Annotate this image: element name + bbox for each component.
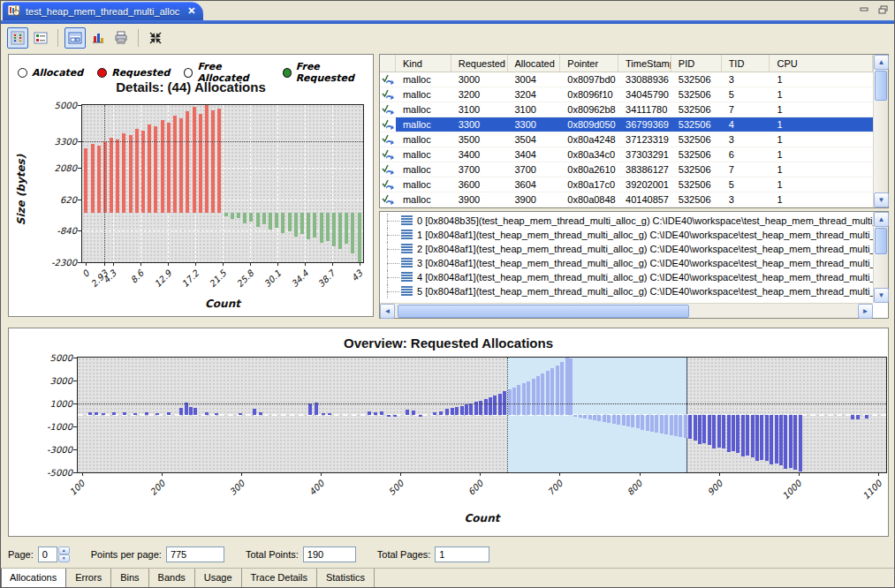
- bar: [262, 213, 266, 224]
- table-row[interactable]: malloc310031000x80962b83411178053250671: [380, 102, 873, 117]
- column-header[interactable]: [380, 55, 396, 72]
- scroll-thumb[interactable]: [398, 305, 689, 318]
- legend-swatch-icon: [18, 68, 27, 78]
- trace-list-item[interactable]: 0 [0x8048b35](test_heap_mem_thread_multi…: [380, 214, 873, 228]
- grid-view-button[interactable]: [7, 27, 28, 49]
- bar-chart-button[interactable]: [87, 27, 109, 49]
- spin-up-button[interactable]: ▲: [58, 547, 70, 554]
- trace-item-icon: [401, 230, 413, 240]
- close-view-icon[interactable]: ✕: [187, 5, 195, 17]
- points-per-page-input[interactable]: 775: [166, 547, 224, 562]
- legend-item[interactable]: Allocated: [18, 67, 83, 79]
- cell-requested: 3600: [451, 177, 508, 192]
- scroll-thumb[interactable]: [875, 71, 887, 101]
- trace-horizontal-scrollbar[interactable]: ◄ ►: [380, 303, 873, 318]
- scroll-up-button[interactable]: ▲: [874, 55, 889, 70]
- cell-pointer: 0x80a34c0: [560, 147, 618, 162]
- cell-pid: 532506: [671, 192, 722, 207]
- table-row[interactable]: malloc390039000x80a08484014085753250631: [380, 192, 873, 207]
- legend-item[interactable]: Requested: [97, 67, 170, 79]
- column-header[interactable]: TID: [722, 55, 770, 72]
- bar: [717, 415, 721, 448]
- collapse-all-button[interactable]: [145, 27, 166, 49]
- cell-tid: 6: [722, 147, 770, 162]
- column-header[interactable]: Kind: [396, 55, 451, 72]
- tab-bands[interactable]: Bands: [149, 569, 195, 588]
- y-tick-label: -1000: [47, 422, 72, 432]
- cell-timestamp: 33088936: [618, 72, 671, 87]
- tab-bins[interactable]: Bins: [111, 569, 148, 588]
- trace-list-item[interactable]: 3 [0x8048af1](test_heap_mem_thread_multi…: [380, 256, 873, 270]
- view-tab[interactable]: test_heap_mem_thread_multi_alloc ✕: [3, 2, 203, 20]
- trace-list[interactable]: 0 [0x8048b35](test_heap_mem_thread_multi…: [380, 214, 873, 303]
- table-vertical-scrollbar[interactable]: ▲ ▼: [873, 55, 888, 207]
- toolbar-separator: [138, 29, 139, 47]
- table-row[interactable]: malloc340034040x80a34c03730329153250661: [380, 147, 873, 162]
- table-row[interactable]: malloc370037000x80a26103838612753250671: [380, 162, 873, 177]
- tab-usage[interactable]: Usage: [195, 569, 242, 588]
- scroll-right-button[interactable]: ►: [858, 304, 873, 319]
- scroll-down-button[interactable]: ▼: [874, 288, 889, 303]
- cell-pid: 532506: [671, 177, 722, 192]
- cell-allocated: 3900: [507, 192, 560, 207]
- bar: [122, 133, 125, 213]
- trace-item-icon: [401, 272, 413, 283]
- list-view-button[interactable]: [30, 27, 51, 49]
- table-row[interactable]: malloc350035040x80a42483712331953250631: [380, 132, 873, 147]
- table-row[interactable]: malloc360036040x80a17c03920200153250651: [380, 177, 873, 192]
- view-tab-title: test_heap_mem_thread_multi_alloc: [26, 6, 179, 17]
- bar: [358, 213, 361, 262]
- cell-tid: 4: [722, 117, 770, 132]
- column-header[interactable]: TimeStamp: [618, 55, 671, 72]
- tab-trace-details[interactable]: Trace Details: [242, 569, 317, 588]
- column-header[interactable]: CPU: [770, 55, 873, 72]
- scroll-thumb[interactable]: [875, 228, 887, 254]
- print-button[interactable]: [110, 27, 132, 49]
- trace-list-item[interactable]: 5 [0x8048af1](test_heap_mem_thread_multi…: [380, 284, 873, 298]
- tab-allocations[interactable]: Allocations: [1, 569, 66, 588]
- y-tick-label: -2300: [51, 258, 77, 268]
- tab-statistics[interactable]: Statistics: [317, 569, 375, 588]
- trace-list-item[interactable]: 2 [0x8048af1](test_heap_mem_thread_multi…: [380, 242, 873, 256]
- bar: [622, 415, 626, 426]
- page-spinner[interactable]: 0 ▲ ▼: [38, 547, 70, 562]
- bar: [583, 415, 587, 418]
- overview-layout-button[interactable]: [64, 27, 86, 49]
- trace-item-icon: [401, 258, 413, 268]
- maximize-view-button[interactable]: [877, 4, 889, 14]
- trace-list-item[interactable]: 4 [0x8048af1](test_heap_mem_thread_multi…: [380, 270, 873, 284]
- bar: [249, 213, 253, 222]
- tree-stub: [387, 249, 399, 250]
- scroll-up-button[interactable]: ▲: [874, 212, 889, 227]
- table-row[interactable]: malloc300030040x8097bd03308893653250631: [380, 72, 873, 87]
- details-y-axis-label: Size (bytes): [15, 128, 27, 252]
- minimize-view-button[interactable]: [859, 4, 870, 14]
- overview-plot-area[interactable]: 500030001000-1000-3000-50001002003004005…: [77, 357, 887, 473]
- scroll-left-button[interactable]: ◄: [380, 304, 395, 319]
- tab-errors[interactable]: Errors: [66, 569, 111, 588]
- table-row[interactable]: malloc330033000x809d0503679936953250641: [380, 117, 873, 132]
- malloc-icon: [380, 117, 396, 132]
- column-header[interactable]: PID: [671, 55, 722, 72]
- y-tick-label: 5000: [50, 353, 72, 363]
- bar: [88, 412, 92, 415]
- spin-down-button[interactable]: ▼: [58, 554, 70, 562]
- cell-allocated: 3604: [507, 177, 560, 192]
- bar: [597, 415, 601, 421]
- column-header[interactable]: Allocated: [508, 55, 561, 72]
- scroll-down-button[interactable]: ▼: [874, 192, 889, 207]
- column-header[interactable]: Requested: [451, 55, 508, 72]
- bar: [393, 415, 397, 417]
- allocations-table[interactable]: KindRequestedAllocatedPointerTimeStampPI…: [380, 55, 873, 207]
- details-plot-area[interactable]: 500033002080620-840-230002.934.38.612.91…: [81, 104, 364, 263]
- trace-list-item[interactable]: 1 [0x8048af1](test_heap_mem_thread_multi…: [380, 228, 873, 242]
- y-tick-label: -3000: [47, 445, 72, 455]
- trace-vertical-scrollbar[interactable]: ▲ ▼: [873, 212, 888, 303]
- bar: [593, 415, 596, 420]
- bar: [556, 366, 559, 415]
- table-row[interactable]: malloc320032040x8096f103404579053250651: [380, 87, 873, 102]
- cell-pid: 532506: [671, 87, 722, 102]
- page-value[interactable]: 0: [38, 547, 57, 562]
- column-header[interactable]: Pointer: [560, 55, 618, 72]
- paging-controls: Page: 0 ▲ ▼ Points per page: 775 Total P…: [1, 541, 894, 568]
